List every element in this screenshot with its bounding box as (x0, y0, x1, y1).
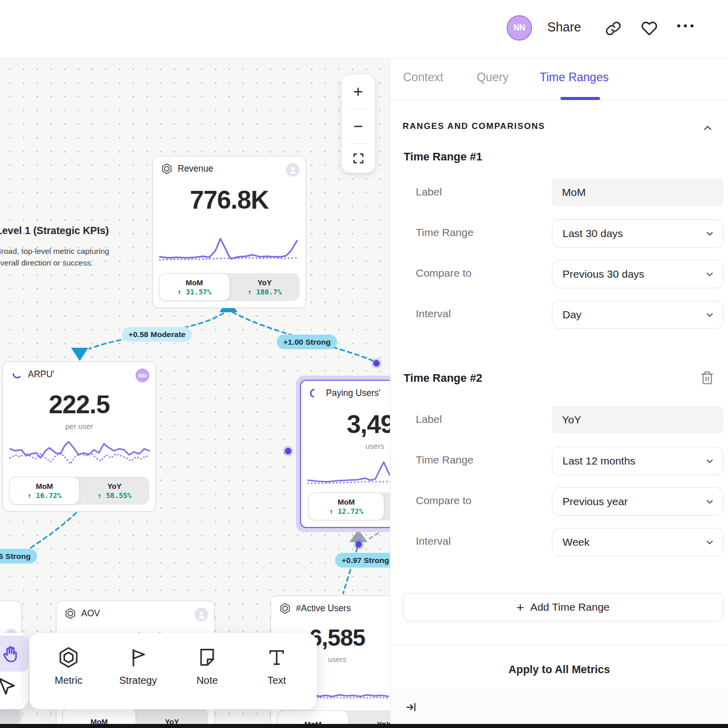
correlation-badge-strong-1[interactable]: +1.00 Strong (277, 335, 337, 349)
compare-to-field-label: Compare to (416, 267, 472, 279)
hand-tool-button[interactable] (0, 636, 28, 672)
zoom-out-button[interactable]: − (353, 118, 363, 135)
tool-note[interactable]: Note (179, 646, 235, 686)
connection-handle[interactable] (285, 448, 291, 454)
metric-hexagon-icon (279, 603, 291, 614)
canvas-zoom-control: + − (342, 75, 375, 173)
range-toggle-mom[interactable]: MoM ↑ 31.57% (159, 273, 230, 301)
more-menu-icon[interactable] (677, 24, 693, 27)
card-title: #Active Users (296, 603, 351, 614)
active-tab-underline (560, 97, 600, 100)
link-icon[interactable] (605, 20, 621, 37)
time-range-1-title: Time Range #1 (404, 150, 482, 163)
connection-handle[interactable] (373, 360, 380, 367)
range-toggle-mom[interactable]: MoM ↑ 12.72% (308, 492, 384, 520)
time-range-field-label: Time Range (416, 454, 474, 466)
cursor-icon (0, 676, 17, 698)
label-field-label: Label (416, 186, 442, 198)
hand-icon (1, 644, 20, 664)
annotation-body: Broad, top-level metric capturing overal… (0, 245, 123, 269)
range-toggle: MoM ↑ 31.57% YoY ↑ 180.7% (159, 273, 300, 301)
compare-to-select[interactable]: Previous 30 days (552, 260, 723, 288)
loading-arc-icon (309, 387, 321, 399)
metric-hexagon-icon (64, 608, 76, 619)
collaborator-avatar: NN (136, 369, 149, 382)
metric-unit: per user (3, 422, 155, 431)
owner-avatar-icon (194, 608, 208, 621)
select-tool-button[interactable] (0, 676, 17, 698)
interval-select[interactable]: Day (552, 301, 723, 329)
label-field-label: Label (416, 413, 442, 425)
correlation-badge-moderate[interactable]: +0.58 Moderate (122, 327, 192, 342)
loading-arc-icon (11, 369, 23, 380)
interval-select[interactable]: Week (552, 528, 723, 556)
chevron-down-icon (705, 269, 715, 279)
panel-divider (390, 645, 728, 645)
correlation-badge-strong-3[interactable]: +0.97 Strong (335, 553, 390, 568)
collapse-panel-icon[interactable] (405, 701, 418, 714)
panel-footer (390, 689, 728, 728)
range-toggle-mom[interactable]: MoM ↑ 16.72% (9, 477, 80, 505)
plus-icon: + (516, 601, 524, 614)
tool-strategy[interactable]: Strategy (110, 646, 166, 686)
time-range-select[interactable]: Last 12 months (552, 447, 723, 475)
range-toggle-yoy[interactable]: YoY ↑ 58.55% (80, 477, 149, 505)
tool-metric[interactable]: Metric (41, 646, 96, 686)
tool-text[interactable]: Text (249, 646, 305, 686)
favorite-heart-icon[interactable] (641, 20, 657, 37)
user-avatar[interactable]: NN (507, 15, 532, 41)
app-header: NN Share (0, 0, 728, 58)
metric-card-arpu[interactable]: ARPU' NN 222.5 per user MoM ↑ 16.72% YoY… (3, 361, 156, 512)
level1-annotation: Level 1 (Strategic KPIs) Broad, top-leve… (0, 225, 123, 269)
range-toggle-fragment[interactable] (0, 707, 21, 725)
label-input[interactable]: YoY (552, 406, 723, 434)
collapse-section-chevron-icon[interactable] (702, 122, 713, 134)
fit-screen-button[interactable] (352, 152, 365, 164)
metric-card-paying-users[interactable]: Paying Users' 3,49 users MoM ↑ 12.72% (300, 380, 390, 528)
interval-field-label: Interval (416, 308, 451, 320)
time-range-field-label: Time Range (416, 226, 474, 239)
chevron-down-icon (705, 497, 715, 507)
panel-tabs: Context Query Time Ranges (390, 58, 728, 100)
screen-bottom-edge (0, 724, 728, 728)
card-title: AOV (81, 608, 100, 619)
metric-value: 3,49 (347, 410, 390, 439)
apply-all-metrics-button[interactable]: Apply to All Metrics (390, 664, 728, 676)
compare-to-select[interactable]: Previous year (552, 487, 723, 516)
tab-time-ranges[interactable]: Time Ranges (540, 71, 609, 84)
time-range-2-title: Time Range #2 (404, 372, 482, 385)
connection-handle[interactable] (355, 541, 362, 548)
chevron-down-icon (705, 228, 715, 239)
share-button[interactable]: Share (547, 20, 581, 35)
correlation-badge-strong-2[interactable]: 66 Strong (0, 549, 37, 564)
metric-card-revenue[interactable]: Revenue 776.8K MoM ↑ 31.57% YoY ↑ 180.7% (152, 156, 306, 308)
settings-panel: Context Query Time Ranges RANGES AND COM… (390, 58, 728, 728)
metric-hexagon-icon (161, 163, 173, 175)
card-title: Revenue (178, 163, 213, 174)
label-input[interactable]: MoM (552, 179, 723, 206)
owner-avatar-icon (286, 163, 300, 177)
delete-time-range-trash-icon[interactable] (700, 370, 714, 385)
tab-context[interactable]: Context (403, 71, 443, 84)
metric-value: 222.5 (3, 390, 155, 419)
range-toggle-yoy[interactable] (384, 492, 390, 520)
paying-users-sparkline (307, 456, 390, 489)
range-toggle-yoy[interactable]: YoY ↑ 180.7% (230, 273, 300, 301)
metric-tree-canvas[interactable]: Level 1 (Strategic KPIs) Broad, top-leve… (0, 58, 390, 728)
metric-unit: users (366, 442, 384, 450)
card-title: ARPU' (28, 369, 54, 380)
tab-query[interactable]: Query (477, 71, 509, 84)
metric-value: 776.8K (153, 185, 306, 215)
text-icon (266, 646, 288, 669)
note-icon (196, 646, 218, 669)
chevron-down-icon (705, 456, 715, 466)
arpu-sparkline (9, 436, 150, 472)
toolbar: Metric Strategy Note Text (29, 633, 317, 709)
add-time-range-button[interactable]: + Add Time Range (403, 593, 723, 621)
time-range-select[interactable]: Last 30 days (552, 219, 723, 248)
interval-field-label: Interval (416, 535, 451, 547)
zoom-in-button[interactable]: + (353, 83, 363, 100)
annotation-title: Level 1 (Strategic KPIs) (0, 225, 123, 237)
chevron-down-icon (705, 537, 715, 547)
compare-to-field-label: Compare to (416, 494, 472, 507)
